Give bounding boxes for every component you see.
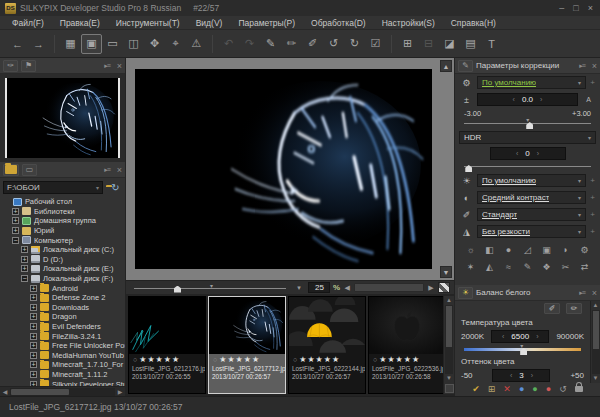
main-photo[interactable]: [135, 69, 432, 269]
fullscreen-icon[interactable]: ✥: [144, 34, 165, 54]
panel-close-icon[interactable]: ×: [117, 165, 122, 175]
toolbar-button[interactable]: [391, 35, 392, 53]
scroll-right-icon[interactable]: ▶: [427, 284, 435, 292]
minimize-button[interactable]: –: [559, 3, 564, 13]
tree-expander[interactable]: +: [30, 323, 37, 330]
filmstrip-item[interactable]: ○ ★★★★★ LostFile_JPG_6222144.jpg 2013/10…: [288, 296, 366, 394]
hdr-spinner[interactable]: ‹ 0 ›: [490, 147, 566, 160]
prev-image-icon[interactable]: ←: [7, 34, 28, 54]
filmstrip-item[interactable]: ○ ★★★★★ LostFile_JPG_6212176.jpg 2013/10…: [128, 296, 206, 394]
filmstrip-vertical-scrollbar[interactable]: ▲ ▼: [443, 296, 454, 394]
spin-up-icon[interactable]: ›: [540, 96, 542, 103]
tree-expander[interactable]: −: [12, 237, 19, 244]
highlight-controller-icon[interactable]: ●: [499, 242, 518, 258]
tree-expander[interactable]: +: [30, 294, 37, 301]
green-marker-icon[interactable]: ●: [532, 385, 537, 394]
adjustment-icon[interactable]: ◮: [459, 225, 474, 238]
maximize-button[interactable]: □: [573, 3, 578, 13]
blue-marker-icon[interactable]: ●: [519, 385, 524, 394]
gray-balance-pipette-icon[interactable]: ✐: [544, 303, 560, 314]
preset-combo[interactable]: По умолчанию ▾: [477, 174, 586, 187]
tree-item[interactable]: + Домашняя группа: [0, 216, 125, 226]
menu-item[interactable]: Правка(E): [52, 18, 108, 28]
tree-expander[interactable]: +: [12, 217, 19, 224]
tree-item[interactable]: − Локальный диск (F:): [0, 274, 125, 284]
zoom-preset-combo[interactable]: ▾: [293, 284, 305, 292]
tree-expander[interactable]: +: [30, 371, 37, 378]
add-preset-icon[interactable]: +: [589, 227, 596, 236]
tree-item[interactable]: + Evil Defenders: [0, 322, 125, 332]
delete-mark-icon[interactable]: ✕: [503, 385, 511, 394]
tree-expander[interactable]: +: [30, 342, 37, 349]
light-source-icon[interactable]: ✶: [461, 259, 480, 275]
scrollbar-thumb[interactable]: [593, 311, 599, 349]
preset-combo[interactable]: Средний контраст ▾: [477, 191, 586, 204]
exposure-bias-icon[interactable]: ±: [459, 93, 474, 106]
preset-combo[interactable]: Стандарт ▾: [477, 208, 586, 221]
tree-item[interactable]: + Free File Unlocker Por: [0, 341, 125, 351]
toolbar-button[interactable]: [212, 35, 213, 53]
tree-item[interactable]: + Downloads: [0, 303, 125, 313]
eraser-tool-icon[interactable]: ◪: [439, 34, 460, 54]
add-preset-icon[interactable]: +: [589, 176, 596, 185]
crop-tool-icon[interactable]: ▣: [537, 242, 556, 258]
skin-color-pipette-icon[interactable]: ✏: [566, 303, 582, 314]
preset-combo[interactable]: Без резкости ▾: [477, 225, 586, 238]
parameter-settings-icon[interactable]: ⚙: [575, 242, 594, 258]
adjustment-icon[interactable]: ☀: [459, 174, 474, 187]
tree-expander[interactable]: +: [21, 265, 28, 272]
preview-view-icon[interactable]: ▣: [81, 34, 102, 54]
select-mark[interactable]: ○: [133, 356, 137, 363]
panel-menu-icon[interactable]: ▸≡: [579, 62, 585, 70]
taste-brush-2-icon[interactable]: ✏: [281, 34, 302, 54]
copy-parameters-icon[interactable]: ⊞: [397, 34, 418, 54]
refresh-icon[interactable]: ↻: [109, 182, 122, 193]
navigator-preview[interactable]: [0, 74, 125, 162]
tree-item[interactable]: + Minecraft_1.11.2: [0, 370, 125, 380]
tree-item[interactable]: Рабочий стол: [0, 197, 125, 207]
spotting-tool-icon[interactable]: ✂: [556, 259, 575, 275]
thumbnail-image[interactable]: [209, 297, 285, 354]
panel-close-icon[interactable]: ×: [117, 61, 122, 71]
tree-item[interactable]: + Dragon: [0, 312, 125, 322]
panel-close-icon[interactable]: ×: [592, 288, 597, 298]
tree-item[interactable]: + Minecraft_1.7.10_For: [0, 360, 125, 370]
exposure-spinner[interactable]: ‹ 0.0 ›: [477, 93, 578, 106]
exposure-value[interactable]: 0.0: [522, 95, 533, 104]
filmstrip-options-button[interactable]: [445, 384, 454, 393]
tree-expander[interactable]: +: [12, 227, 19, 234]
tree-item[interactable]: + Silkypix Developer Stu: [0, 379, 125, 386]
retouch-brush-icon[interactable]: ✎: [518, 259, 537, 275]
tree-horizontal-scrollbar[interactable]: ◀ ▶: [0, 386, 125, 396]
compare-view-icon[interactable]: ◫: [123, 34, 144, 54]
scroll-up-icon[interactable]: ▲: [593, 301, 599, 310]
sharpness-tool-icon[interactable]: ◿: [518, 242, 537, 258]
next-image-icon[interactable]: →: [28, 34, 49, 54]
checkmark-icon[interactable]: ☑: [365, 34, 386, 54]
taste-brush-1-icon[interactable]: ✎: [260, 34, 281, 54]
tree-expander[interactable]: +: [30, 361, 37, 368]
scroll-down-icon[interactable]: ▼: [593, 374, 599, 383]
scroll-left-icon[interactable]: ◀: [0, 388, 10, 395]
panel-vertical-scrollbar[interactable]: ▲ ▼: [590, 301, 600, 383]
taste-brush-3-icon[interactable]: ✐: [302, 34, 323, 54]
scroll-down-icon[interactable]: ▼: [440, 266, 452, 278]
filmstrip-item[interactable]: ○ ★★★★★ LostFile_JPG_6217712.jpg 2013/10…: [208, 296, 286, 394]
tree-item[interactable]: + Локальный диск (C:): [0, 245, 125, 255]
spin-down-icon[interactable]: ‹: [502, 333, 504, 340]
scroll-up-icon[interactable]: ▲: [446, 296, 452, 305]
temperature-value[interactable]: 6500: [511, 332, 529, 341]
tree-item[interactable]: − Компьютер: [0, 235, 125, 245]
add-preset-icon[interactable]: +: [589, 210, 596, 219]
loupe-icon[interactable]: ⌖: [165, 34, 186, 54]
percent-icon[interactable]: %: [333, 283, 340, 292]
undo-icon[interactable]: ↶: [218, 34, 239, 54]
tree-expander[interactable]: +: [30, 304, 37, 311]
spin-down-icon[interactable]: ‹: [513, 96, 515, 103]
tree-expander[interactable]: +: [21, 246, 28, 253]
menu-item[interactable]: Параметры(P): [230, 18, 303, 28]
select-mark[interactable]: ○: [293, 356, 297, 363]
measure-tool-icon[interactable]: T: [481, 34, 502, 54]
protect-mark-icon[interactable]: [575, 386, 583, 392]
tree-item[interactable]: + Локальный диск (E:): [0, 264, 125, 274]
